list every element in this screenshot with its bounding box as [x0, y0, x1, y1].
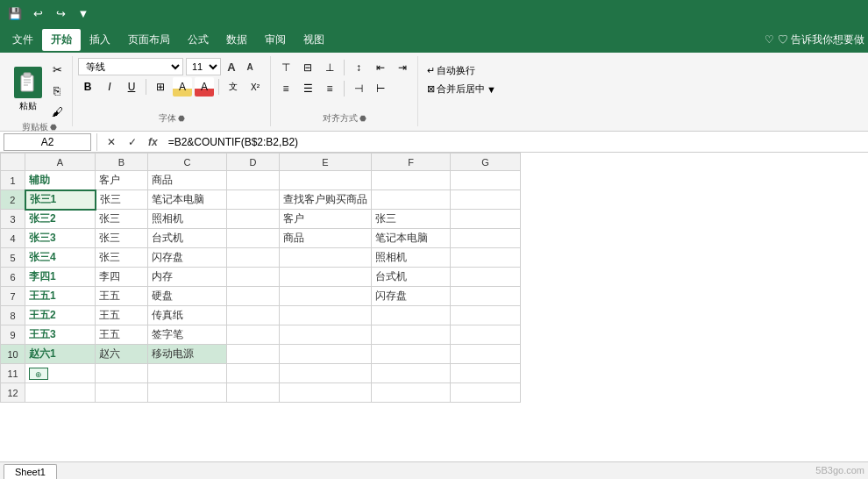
- cell-b3[interactable]: 张三: [96, 210, 148, 229]
- cell-c1[interactable]: 商品: [148, 171, 227, 190]
- cell-g3[interactable]: [451, 210, 521, 229]
- dropdown-icon[interactable]: ▼: [75, 5, 91, 21]
- save-icon[interactable]: 💾: [7, 5, 23, 21]
- cell-a4[interactable]: 张三3: [25, 229, 96, 248]
- cell-f8[interactable]: [372, 306, 451, 325]
- cell-g7[interactable]: [451, 287, 521, 306]
- cell-g12[interactable]: [451, 383, 521, 403]
- col-header-d[interactable]: D: [227, 154, 280, 171]
- cell-d4[interactable]: [227, 229, 280, 248]
- menu-formula[interactable]: 公式: [179, 29, 217, 51]
- paste-button[interactable]: 粘贴: [12, 65, 44, 114]
- cancel-formula-button[interactable]: ✕: [103, 133, 120, 151]
- left-align-button[interactable]: ≡: [276, 79, 295, 98]
- cell-d12[interactable]: [227, 383, 280, 403]
- cell-a11[interactable]: ⊕: [25, 364, 96, 383]
- col-header-a[interactable]: A: [25, 154, 96, 171]
- fill-color-button[interactable]: A: [173, 77, 192, 97]
- cell-d2[interactable]: [227, 190, 280, 210]
- cell-b12[interactable]: [96, 383, 148, 403]
- cell-b11[interactable]: [96, 364, 148, 383]
- confirm-formula-button[interactable]: ✓: [124, 133, 141, 151]
- bold-button[interactable]: B: [78, 77, 97, 97]
- cell-c10[interactable]: 移动电源: [148, 345, 227, 364]
- cell-d1[interactable]: [227, 171, 280, 190]
- col-header-c[interactable]: C: [148, 154, 227, 171]
- menu-alert[interactable]: ♡ ♡ 告诉我你想要做: [765, 32, 864, 47]
- cell-c3[interactable]: 照相机: [148, 210, 227, 229]
- merge-center-button[interactable]: ⊠ 合并后居中 ▼: [423, 82, 500, 97]
- menu-home[interactable]: 开始: [42, 29, 81, 51]
- cell-c6[interactable]: 内存: [148, 268, 227, 287]
- cell-b10[interactable]: 赵六: [96, 345, 148, 364]
- superscript-button[interactable]: X²: [245, 77, 265, 97]
- cell-f7[interactable]: 闪存盘: [372, 287, 451, 306]
- cell-e12[interactable]: [280, 383, 372, 403]
- cell-a8[interactable]: 王五2: [25, 306, 96, 325]
- cell-d9[interactable]: [227, 325, 280, 345]
- sheet-grid[interactable]: A B C D E F G 1 辅助 客户 商品: [0, 153, 868, 461]
- menu-file[interactable]: 文件: [4, 29, 42, 51]
- cell-a3[interactable]: 张三2: [25, 210, 96, 229]
- cell-f1[interactable]: [372, 171, 451, 190]
- cell-d8[interactable]: [227, 306, 280, 325]
- cell-c11[interactable]: [148, 364, 227, 383]
- cell-g5[interactable]: [451, 248, 521, 268]
- cell-e3[interactable]: 客户: [280, 210, 372, 229]
- cell-e2[interactable]: 查找客户购买商品: [280, 190, 372, 210]
- cell-f12[interactable]: [372, 383, 451, 403]
- cell-f2[interactable]: [372, 190, 451, 210]
- cell-a5[interactable]: 张三4: [25, 248, 96, 268]
- cell-c12[interactable]: [148, 383, 227, 403]
- font-color-button[interactable]: A: [195, 77, 214, 97]
- increase-font-button[interactable]: A: [224, 58, 239, 75]
- cell-g4[interactable]: [451, 229, 521, 248]
- cell-g9[interactable]: [451, 325, 521, 345]
- decrease-font-button[interactable]: A: [242, 58, 258, 75]
- cell-g6[interactable]: [451, 268, 521, 287]
- cell-reference-input[interactable]: [4, 133, 91, 151]
- underline-button[interactable]: U: [122, 77, 141, 97]
- middle-align-button[interactable]: ⊟: [298, 58, 317, 77]
- increase-indent-button[interactable]: ⊢: [371, 79, 390, 98]
- cell-c8[interactable]: 传真纸: [148, 306, 227, 325]
- undo-icon[interactable]: ↩: [30, 5, 46, 21]
- font-size-selector[interactable]: 11: [186, 58, 221, 75]
- cell-d5[interactable]: [227, 248, 280, 268]
- cell-a10[interactable]: 赵六1: [25, 345, 96, 364]
- text-direction-button[interactable]: ↕: [349, 58, 368, 77]
- col-header-e[interactable]: E: [280, 154, 372, 171]
- sheet-tab-1[interactable]: Sheet1: [4, 464, 57, 479]
- center-align-button[interactable]: ☰: [298, 79, 317, 98]
- col-header-f[interactable]: F: [372, 154, 451, 171]
- cut-button[interactable]: ✂: [47, 60, 67, 79]
- cell-f4[interactable]: 笔记本电脑: [372, 229, 451, 248]
- cell-a6[interactable]: 李四1: [25, 268, 96, 287]
- cell-e7[interactable]: [280, 287, 372, 306]
- col-header-b[interactable]: B: [96, 154, 148, 171]
- indent-decrease-button[interactable]: ⇤: [371, 58, 390, 77]
- cell-a12[interactable]: [25, 383, 96, 403]
- cell-a9[interactable]: 王五3: [25, 325, 96, 345]
- cell-e5[interactable]: [280, 248, 372, 268]
- strikethrough-button[interactable]: 文: [224, 77, 243, 97]
- cell-e1[interactable]: [280, 171, 372, 190]
- cell-b7[interactable]: 王五: [96, 287, 148, 306]
- menu-data[interactable]: 数据: [217, 29, 256, 51]
- cell-a7[interactable]: 王五1: [25, 287, 96, 306]
- cell-g11[interactable]: [451, 364, 521, 383]
- cell-e11[interactable]: [280, 364, 372, 383]
- cell-b2[interactable]: 张三: [96, 190, 148, 210]
- cell-g10[interactable]: [451, 345, 521, 364]
- cell-d6[interactable]: [227, 268, 280, 287]
- cell-d3[interactable]: [227, 210, 280, 229]
- cell-a2[interactable]: 张三1: [25, 190, 96, 210]
- formula-input[interactable]: [165, 133, 864, 151]
- top-align-button[interactable]: ⊤: [276, 58, 295, 77]
- cell-f10[interactable]: [372, 345, 451, 364]
- cell-g2[interactable]: [451, 190, 521, 210]
- cell-e10[interactable]: [280, 345, 372, 364]
- cell-b5[interactable]: 张三: [96, 248, 148, 268]
- cell-d7[interactable]: [227, 287, 280, 306]
- merge-dropdown[interactable]: ▼: [487, 84, 496, 95]
